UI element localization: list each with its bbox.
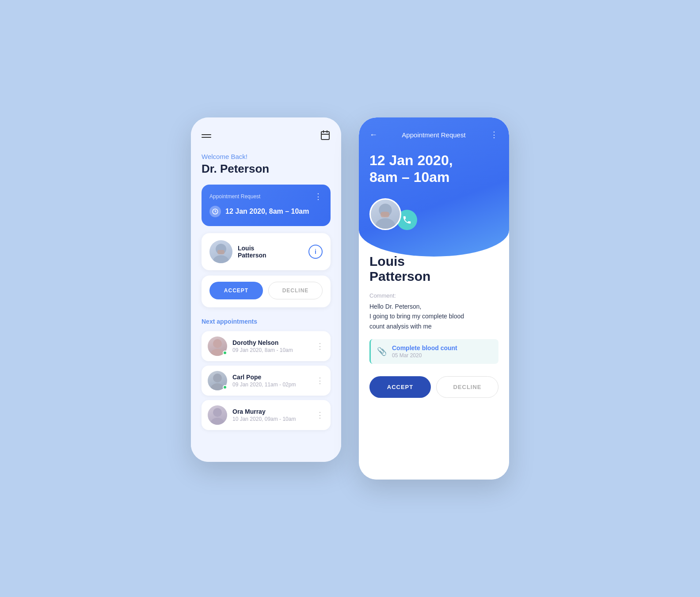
- appt-card-header: Appointment Request ⋮: [209, 192, 323, 201]
- clock-icon: [209, 206, 221, 217]
- right-top-section: ← Appointment Request ⋮ 12 Jan 2020,8am …: [359, 117, 509, 257]
- svg-point-8: [213, 339, 222, 348]
- svg-rect-0: [321, 132, 329, 140]
- comment-label: Comment:: [369, 292, 498, 299]
- decline-button[interactable]: DECLINE: [268, 282, 323, 299]
- decline-button[interactable]: DECLINE: [436, 376, 498, 398]
- patient-name: LouisPatterson: [238, 245, 303, 259]
- person-name: Dorothy Nelson: [232, 339, 311, 346]
- calendar-icon[interactable]: [320, 130, 331, 142]
- right-action-buttons: ACCEPT DECLINE: [369, 376, 498, 398]
- left-phone: Welcome Back! Dr. Peterson Appointment R…: [191, 117, 341, 462]
- attachment-name: Complete blood count: [392, 344, 457, 351]
- nav-title: Appointment Request: [402, 131, 465, 139]
- appt-time-row: 12 Jan 2020, 8am – 10am: [209, 206, 323, 217]
- menu-icon[interactable]: [202, 134, 211, 138]
- list-item[interactable]: Carl Pope 09 Jan 2020, 11am - 02pm ⋮: [202, 366, 331, 396]
- right-phone: ← Appointment Request ⋮ 12 Jan 2020,8am …: [359, 117, 509, 480]
- appt-time: 12 Jan 2020, 8am – 10am: [225, 208, 309, 215]
- appointments-list: Dorothy Nelson 09 Jan 2020, 8am - 10am ⋮: [202, 331, 331, 430]
- svg-point-9: [211, 349, 224, 356]
- avatar-wrap: [208, 405, 227, 425]
- svg-point-15: [376, 218, 395, 230]
- avatar-wrap: [208, 371, 227, 390]
- accept-button[interactable]: ACCEPT: [209, 282, 263, 299]
- patient-avatar-large: [369, 198, 401, 230]
- right-top-nav: ← Appointment Request ⋮: [369, 130, 498, 140]
- right-patient-row: [369, 198, 498, 230]
- appt-date: 09 Jan 2020, 11am - 02pm: [232, 382, 311, 388]
- appt-label: Appointment Request: [209, 193, 260, 200]
- comment-text: Hello Dr. Peterson, I going to bring my …: [369, 302, 498, 331]
- svg-rect-16: [380, 212, 389, 217]
- appt-info: Carl Pope 09 Jan 2020, 11am - 02pm: [232, 374, 311, 388]
- accept-button[interactable]: ACCEPT: [369, 376, 431, 398]
- attachment-card[interactable]: 📎 Complete blood count 05 Mar 2020: [369, 339, 498, 364]
- more-options-icon[interactable]: ⋮: [316, 376, 324, 385]
- appt-date: 09 Jan 2020, 8am - 10am: [232, 347, 311, 353]
- more-options-icon[interactable]: ⋮: [316, 341, 324, 351]
- patient-full-name: LouisPatterson: [369, 254, 498, 284]
- person-name: Ora Murray: [232, 408, 311, 415]
- next-appointments-title: Next appointments: [202, 318, 331, 325]
- svg-rect-7: [217, 250, 224, 254]
- online-indicator: [223, 385, 227, 389]
- person-name: Carl Pope: [232, 374, 311, 381]
- online-indicator: [223, 351, 227, 355]
- appt-info: Dorothy Nelson 09 Jan 2020, 8am - 10am: [232, 339, 311, 353]
- paperclip-icon: 📎: [377, 347, 387, 356]
- svg-point-10: [213, 374, 222, 382]
- info-button[interactable]: i: [308, 245, 323, 259]
- svg-point-13: [211, 418, 224, 425]
- top-bar: [202, 130, 331, 142]
- screens-container: Welcome Back! Dr. Peterson Appointment R…: [191, 117, 509, 480]
- doctor-name: Dr. Peterson: [202, 162, 331, 176]
- svg-point-11: [211, 383, 224, 390]
- appt-date: 10 Jan 2020, 09am - 10am: [232, 416, 311, 422]
- more-options-icon[interactable]: ⋮: [490, 130, 498, 140]
- welcome-text: Welcome Back!: [202, 153, 331, 160]
- action-buttons-container: ACCEPT DECLINE: [202, 276, 331, 307]
- more-options-icon[interactable]: ⋮: [314, 192, 323, 201]
- patient-info-row: LouisPatterson i: [202, 233, 331, 270]
- patient-avatar: [209, 240, 232, 263]
- appt-info: Ora Murray 10 Jan 2020, 09am - 10am: [232, 408, 311, 422]
- list-item[interactable]: Ora Murray 10 Jan 2020, 09am - 10am ⋮: [202, 400, 331, 430]
- avatar-wrap: [208, 336, 227, 356]
- attachment-info: Complete blood count 05 Mar 2020: [392, 344, 457, 359]
- attachment-date: 05 Mar 2020: [392, 352, 457, 359]
- appointment-datetime: 12 Jan 2020,8am – 10am: [369, 152, 498, 186]
- list-item[interactable]: Dorothy Nelson 09 Jan 2020, 8am - 10am ⋮: [202, 331, 331, 361]
- svg-point-6: [213, 255, 229, 263]
- left-phone-content: Welcome Back! Dr. Peterson Appointment R…: [191, 117, 341, 462]
- avatar: [208, 405, 227, 425]
- back-button[interactable]: ←: [369, 130, 377, 140]
- right-bottom-section: LouisPatterson Comment: Hello Dr. Peters…: [359, 243, 509, 480]
- svg-point-12: [213, 408, 222, 417]
- more-options-icon[interactable]: ⋮: [316, 410, 324, 420]
- appointment-card[interactable]: Appointment Request ⋮ 12 Jan 2020, 8am –…: [202, 185, 331, 226]
